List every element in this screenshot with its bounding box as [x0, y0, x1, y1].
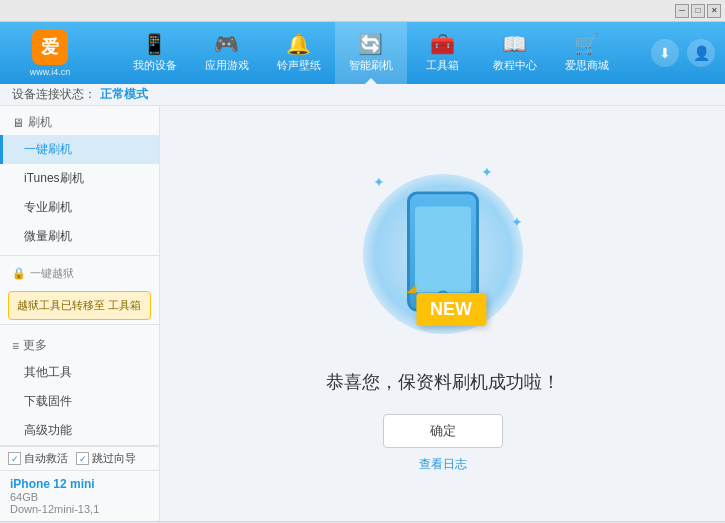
sidebar-item-pro-flash[interactable]: 专业刷机 [0, 193, 159, 222]
nav-smart-flash-label: 智能刷机 [349, 58, 393, 73]
nav-ringtones-icon: 🔔 [286, 34, 311, 54]
nav-toolbox[interactable]: 🧰 工具箱 [407, 22, 479, 84]
sidebar-item-itunes-flash[interactable]: iTunes刷机 [0, 164, 159, 193]
option-auto-rescue[interactable]: 自动救活 [8, 451, 68, 466]
nav-my-device-label: 我的设备 [133, 58, 177, 73]
sparkle-icon-1: ✦ [373, 174, 385, 190]
nav-smart-flash[interactable]: 🔄 智能刷机 [335, 22, 407, 84]
sidebar-item-one-click-flash[interactable]: 一键刷机 [0, 135, 159, 164]
nav-shop-label: 爱思商城 [565, 58, 609, 73]
sidebar-flash-label: 刷机 [28, 114, 52, 131]
sidebar-jailbreak-status: 🔒 一键越狱 [0, 260, 159, 287]
device-storage: 64GB [10, 491, 149, 503]
sidebar-item-advanced[interactable]: 高级功能 [0, 416, 159, 445]
nav-smart-flash-icon: 🔄 [358, 34, 383, 54]
skip-wizard-label: 跳过向导 [92, 451, 136, 466]
nav-bar: 📱 我的设备 🎮 应用游戏 🔔 铃声壁纸 🔄 智能刷机 🧰 工具箱 📖 教程中心… [90, 22, 651, 84]
phone-screen [415, 207, 471, 293]
nav-tutorials-label: 教程中心 [493, 58, 537, 73]
header: 爱 www.i4.cn 📱 我的设备 🎮 应用游戏 🔔 铃声壁纸 🔄 智能刷机 … [0, 22, 725, 84]
nav-toolbox-label: 工具箱 [426, 58, 459, 73]
maximize-button[interactable]: □ [691, 4, 705, 18]
nav-shop[interactable]: 🛒 爱思商城 [551, 22, 623, 84]
auto-rescue-checkbox[interactable] [8, 452, 21, 465]
sidebar-item-download-firmware[interactable]: 下载固件 [0, 387, 159, 416]
logo-text: www.i4.cn [30, 67, 71, 77]
nav-toolbox-icon: 🧰 [430, 34, 455, 54]
sidebar-more-icon: ≡ [12, 339, 19, 353]
device-version: Down-12mini-13,1 [10, 503, 149, 515]
sidebar-divider-1 [0, 255, 159, 256]
nav-ringtones[interactable]: 🔔 铃声壁纸 [263, 22, 335, 84]
download-button[interactable]: ⬇ [651, 39, 679, 67]
sidebar-bottom: 自动救活 跳过向导 iPhone 12 mini 64GB Down-12min… [0, 445, 159, 521]
close-button[interactable]: ✕ [707, 4, 721, 18]
content-area: NEW ✦ ✦ ✦ 恭喜您，保资料刷机成功啦！ 确定 查看日志 [160, 106, 725, 521]
main-area: 🖥 刷机 一键刷机 iTunes刷机 专业刷机 微量刷机 [0, 106, 725, 521]
connection-status-bar: 设备连接状态： 正常模式 [0, 84, 725, 106]
nav-my-device-icon: 📱 [142, 34, 167, 54]
nav-apps-games-label: 应用游戏 [205, 58, 249, 73]
sparkle-icon-3: ✦ [481, 164, 493, 180]
option-skip-wizard[interactable]: 跳过向导 [76, 451, 136, 466]
options-bar: 自动救活 跳过向导 [0, 446, 159, 470]
window-controls[interactable]: ─ □ ✕ [675, 4, 721, 18]
nav-tutorials-icon: 📖 [502, 34, 527, 54]
lock-icon: 🔒 [12, 267, 26, 280]
success-illustration: NEW ✦ ✦ ✦ [343, 154, 543, 354]
conn-status-value: 正常模式 [100, 86, 148, 103]
nav-my-device[interactable]: 📱 我的设备 [119, 22, 191, 84]
auto-rescue-label: 自动救活 [24, 451, 68, 466]
sidebar-jailbreak-alert: 越狱工具已转移至 工具箱 [8, 291, 151, 320]
nav-tutorials[interactable]: 📖 教程中心 [479, 22, 551, 84]
success-title: 恭喜您，保资料刷机成功啦！ [326, 370, 560, 394]
conn-status-label: 设备连接状态： [12, 86, 96, 103]
sidebar-item-micro-flash[interactable]: 微量刷机 [0, 222, 159, 251]
sidebar-more-label: 更多 [23, 337, 47, 354]
device-name: iPhone 12 mini [10, 477, 149, 491]
sidebar-more-section: ≡ 更多 [0, 329, 159, 358]
title-bar: ─ □ ✕ [0, 0, 725, 22]
header-right: ⬇ 👤 [651, 39, 715, 67]
user-button[interactable]: 👤 [687, 39, 715, 67]
sidebar-flash-section: 🖥 刷机 [0, 106, 159, 135]
nav-apps-games[interactable]: 🎮 应用游戏 [191, 22, 263, 84]
sidebar-flash-icon: 🖥 [12, 116, 24, 130]
confirm-button[interactable]: 确定 [383, 414, 503, 448]
sidebar-divider-2 [0, 324, 159, 325]
skip-wizard-checkbox[interactable] [76, 452, 89, 465]
minimize-button[interactable]: ─ [675, 4, 689, 18]
nav-apps-games-icon: 🎮 [214, 34, 239, 54]
new-badge: NEW [416, 293, 486, 326]
device-info: iPhone 12 mini 64GB Down-12mini-13,1 [0, 470, 159, 521]
logo[interactable]: 爱 www.i4.cn [10, 28, 90, 78]
sidebar-item-other-tools[interactable]: 其他工具 [0, 358, 159, 387]
nav-ringtones-label: 铃声壁纸 [277, 58, 321, 73]
sparkle-icon-2: ✦ [511, 214, 523, 230]
view-log-link[interactable]: 查看日志 [419, 456, 467, 473]
sidebar: 🖥 刷机 一键刷机 iTunes刷机 专业刷机 微量刷机 [0, 106, 160, 521]
logo-icon: 爱 [32, 29, 68, 65]
nav-shop-icon: 🛒 [574, 34, 599, 54]
jailbreak-label: 一键越狱 [30, 266, 74, 281]
